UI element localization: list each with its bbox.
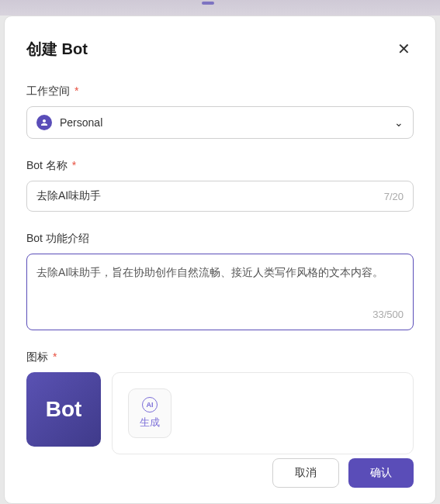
generate-box: AI 生成 — [112, 372, 414, 454]
icon-label-text: 图标 — [26, 350, 48, 363]
bot-desc-textarea-wrap[interactable]: 去除AI味助手，旨在协助创作自然流畅、接近人类写作风格的文本内容。 33/500 — [26, 254, 414, 330]
user-icon — [36, 115, 52, 130]
icon-label: 图标 * — [26, 350, 414, 364]
chevron-down-icon: ⌄ — [394, 116, 404, 129]
confirm-button[interactable]: 确认 — [348, 458, 414, 488]
icon-section: Bot AI 生成 — [26, 372, 414, 454]
workspace-select[interactable]: Personal ⌄ — [26, 106, 414, 139]
modal-header: 创建 Bot ✕ — [26, 38, 414, 60]
background-badge — [202, 2, 214, 5]
workspace-label: 工作空间 * — [26, 85, 414, 98]
bot-name-label: Bot 名称 * — [26, 159, 414, 173]
bot-desc-count: 33/500 — [36, 309, 404, 320]
bot-name-input-wrap[interactable]: 去除AI味助手 7/20 — [26, 181, 414, 212]
bot-name-label-text: Bot 名称 — [26, 159, 68, 171]
workspace-label-text: 工作空间 — [26, 85, 70, 97]
bot-desc-group: Bot 功能介绍 去除AI味助手，旨在协助创作自然流畅、接近人类写作风格的文本内… — [26, 232, 414, 330]
bot-name-group: Bot 名称 * 去除AI味助手 7/20 — [26, 159, 414, 212]
bot-desc-label: Bot 功能介绍 — [26, 232, 414, 246]
required-marker: * — [74, 85, 78, 97]
cancel-button[interactable]: 取消 — [272, 458, 339, 488]
create-bot-modal: 创建 Bot ✕ 工作空间 * Personal ⌄ Bot 名称 * 去除AI… — [4, 16, 436, 504]
required-marker: * — [53, 350, 57, 363]
generate-button[interactable]: AI 生成 — [128, 388, 171, 438]
required-marker: * — [72, 159, 76, 171]
ai-icon: AI — [142, 397, 158, 413]
bot-desc-textarea[interactable]: 去除AI味助手，旨在协助创作自然流畅、接近人类写作风格的文本内容。 — [36, 264, 404, 301]
modal-footer: 取消 确认 — [272, 458, 414, 488]
bot-icon-preview[interactable]: Bot — [26, 372, 101, 447]
bot-name-input[interactable]: 去除AI味助手 — [36, 189, 384, 203]
bot-name-count: 7/20 — [384, 191, 404, 202]
close-button[interactable]: ✕ — [394, 38, 414, 60]
icon-group: 图标 * Bot AI 生成 — [26, 350, 414, 454]
workspace-group: 工作空间 * Personal ⌄ — [26, 85, 414, 139]
modal-title: 创建 Bot — [26, 39, 88, 60]
workspace-value: Personal — [60, 116, 386, 129]
generate-label: 生成 — [140, 416, 160, 430]
